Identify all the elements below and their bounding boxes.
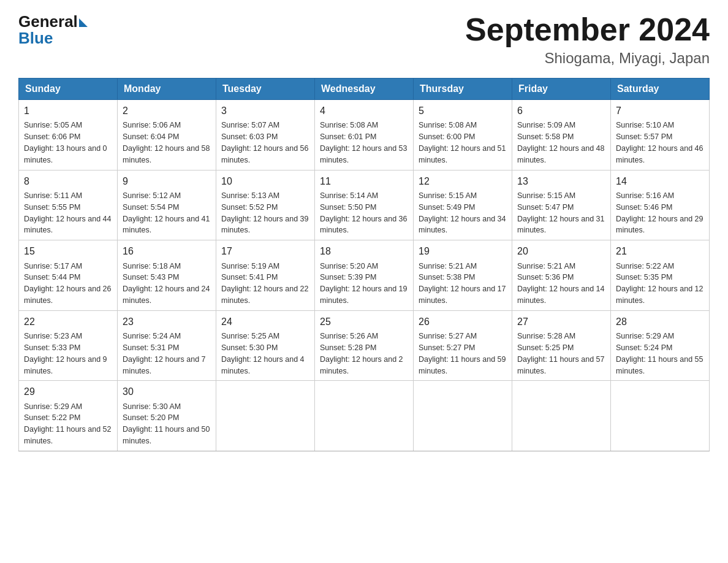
day-number: 19 (419, 244, 507, 258)
calendar-cell: 16 Sunrise: 5:18 AMSunset: 5:43 PMDaylig… (118, 240, 216, 311)
calendar-cell: 19 Sunrise: 5:21 AMSunset: 5:38 PMDaylig… (414, 240, 512, 311)
day-number: 22 (24, 315, 112, 329)
day-info: Sunrise: 5:24 AMSunset: 5:31 PMDaylight:… (123, 332, 206, 375)
calendar-cell: 21 Sunrise: 5:22 AMSunset: 5:35 PMDaylig… (611, 240, 710, 311)
calendar-cell: 9 Sunrise: 5:12 AMSunset: 5:54 PMDayligh… (118, 170, 216, 240)
day-info: Sunrise: 5:15 AMSunset: 5:49 PMDaylight:… (419, 191, 506, 235)
day-info: Sunrise: 5:08 AMSunset: 6:01 PMDaylight:… (320, 121, 407, 164)
day-number: 29 (24, 385, 112, 399)
calendar-cell: 17 Sunrise: 5:19 AMSunset: 5:41 PMDaylig… (216, 240, 315, 311)
calendar-header-wednesday: Wednesday (315, 79, 414, 100)
day-number: 26 (419, 315, 507, 329)
logo-arrow-icon (79, 18, 88, 27)
day-number: 27 (517, 315, 605, 329)
calendar-cell: 3 Sunrise: 5:07 AMSunset: 6:03 PMDayligh… (216, 100, 315, 170)
day-number: 4 (320, 104, 408, 118)
calendar-cell: 11 Sunrise: 5:14 AMSunset: 5:50 PMDaylig… (315, 170, 414, 240)
calendar-cell: 29 Sunrise: 5:29 AMSunset: 5:22 PMDaylig… (19, 381, 118, 451)
calendar-cell: 28 Sunrise: 5:29 AMSunset: 5:24 PMDaylig… (611, 310, 710, 381)
day-info: Sunrise: 5:23 AMSunset: 5:33 PMDaylight:… (24, 332, 107, 375)
calendar-cell: 27 Sunrise: 5:28 AMSunset: 5:25 PMDaylig… (512, 310, 611, 381)
day-info: Sunrise: 5:19 AMSunset: 5:41 PMDaylight:… (221, 262, 308, 305)
day-info: Sunrise: 5:05 AMSunset: 6:06 PMDaylight:… (24, 121, 107, 164)
calendar-cell: 15 Sunrise: 5:17 AMSunset: 5:44 PMDaylig… (19, 240, 118, 311)
calendar-week-3: 15 Sunrise: 5:17 AMSunset: 5:44 PMDaylig… (19, 240, 710, 311)
day-info: Sunrise: 5:06 AMSunset: 6:04 PMDaylight:… (123, 121, 210, 164)
calendar-header-row: SundayMondayTuesdayWednesdayThursdayFrid… (19, 79, 710, 100)
day-info: Sunrise: 5:13 AMSunset: 5:52 PMDaylight:… (221, 191, 308, 235)
calendar-cell: 24 Sunrise: 5:25 AMSunset: 5:30 PMDaylig… (216, 310, 315, 381)
day-info: Sunrise: 5:07 AMSunset: 6:03 PMDaylight:… (221, 121, 308, 164)
day-number: 24 (221, 315, 309, 329)
calendar-cell (315, 381, 414, 451)
day-info: Sunrise: 5:09 AMSunset: 5:58 PMDaylight:… (517, 121, 604, 164)
day-number: 6 (517, 104, 605, 118)
calendar-cell: 6 Sunrise: 5:09 AMSunset: 5:58 PMDayligh… (512, 100, 611, 170)
calendar-cell: 20 Sunrise: 5:21 AMSunset: 5:36 PMDaylig… (512, 240, 611, 311)
calendar-header-sunday: Sunday (19, 79, 118, 100)
calendar-header-friday: Friday (512, 79, 611, 100)
calendar-cell: 12 Sunrise: 5:15 AMSunset: 5:49 PMDaylig… (414, 170, 512, 240)
page-subtitle: Shiogama, Miyagi, Japan (465, 50, 710, 67)
title-area: September 2024 Shiogama, Miyagi, Japan (465, 12, 710, 67)
calendar-cell: 2 Sunrise: 5:06 AMSunset: 6:04 PMDayligh… (118, 100, 216, 170)
logo: General Blue (18, 12, 88, 48)
calendar-cell: 22 Sunrise: 5:23 AMSunset: 5:33 PMDaylig… (19, 310, 118, 381)
day-number: 10 (221, 174, 309, 188)
day-number: 5 (419, 104, 507, 118)
day-number: 14 (616, 174, 704, 188)
day-number: 23 (123, 315, 211, 329)
calendar-week-2: 8 Sunrise: 5:11 AMSunset: 5:55 PMDayligh… (19, 170, 710, 240)
calendar-cell: 13 Sunrise: 5:15 AMSunset: 5:47 PMDaylig… (512, 170, 611, 240)
day-info: Sunrise: 5:28 AMSunset: 5:25 PMDaylight:… (517, 332, 604, 375)
calendar-cell: 7 Sunrise: 5:10 AMSunset: 5:57 PMDayligh… (611, 100, 710, 170)
calendar-cell: 1 Sunrise: 5:05 AMSunset: 6:06 PMDayligh… (19, 100, 118, 170)
calendar-cell: 8 Sunrise: 5:11 AMSunset: 5:55 PMDayligh… (19, 170, 118, 240)
day-number: 9 (123, 174, 211, 188)
calendar-week-1: 1 Sunrise: 5:05 AMSunset: 6:06 PMDayligh… (19, 100, 710, 170)
day-info: Sunrise: 5:11 AMSunset: 5:55 PMDaylight:… (24, 191, 111, 235)
calendar-header-saturday: Saturday (611, 79, 710, 100)
day-info: Sunrise: 5:22 AMSunset: 5:35 PMDaylight:… (616, 262, 703, 305)
day-number: 28 (616, 315, 704, 329)
calendar-cell: 10 Sunrise: 5:13 AMSunset: 5:52 PMDaylig… (216, 170, 315, 240)
calendar-table: SundayMondayTuesdayWednesdayThursdayFrid… (18, 78, 710, 451)
day-info: Sunrise: 5:12 AMSunset: 5:54 PMDaylight:… (123, 191, 210, 235)
calendar-cell: 4 Sunrise: 5:08 AMSunset: 6:01 PMDayligh… (315, 100, 414, 170)
calendar-header-monday: Monday (118, 79, 216, 100)
day-info: Sunrise: 5:10 AMSunset: 5:57 PMDaylight:… (616, 121, 703, 164)
day-info: Sunrise: 5:08 AMSunset: 6:00 PMDaylight:… (419, 121, 506, 164)
day-info: Sunrise: 5:26 AMSunset: 5:28 PMDaylight:… (320, 332, 403, 375)
calendar-header-thursday: Thursday (414, 79, 512, 100)
calendar-cell: 18 Sunrise: 5:20 AMSunset: 5:39 PMDaylig… (315, 240, 414, 311)
header: General Blue September 2024 Shiogama, Mi… (18, 12, 710, 67)
day-number: 15 (24, 244, 112, 258)
calendar-cell: 25 Sunrise: 5:26 AMSunset: 5:28 PMDaylig… (315, 310, 414, 381)
day-number: 17 (221, 244, 309, 258)
day-number: 20 (517, 244, 605, 258)
calendar-cell (512, 381, 611, 451)
day-info: Sunrise: 5:16 AMSunset: 5:46 PMDaylight:… (616, 191, 703, 235)
day-number: 25 (320, 315, 408, 329)
calendar-cell (611, 381, 710, 451)
day-info: Sunrise: 5:27 AMSunset: 5:27 PMDaylight:… (419, 332, 506, 375)
calendar-cell: 14 Sunrise: 5:16 AMSunset: 5:46 PMDaylig… (611, 170, 710, 240)
day-info: Sunrise: 5:21 AMSunset: 5:38 PMDaylight:… (419, 262, 506, 305)
day-number: 21 (616, 244, 704, 258)
calendar-cell: 26 Sunrise: 5:27 AMSunset: 5:27 PMDaylig… (414, 310, 512, 381)
day-info: Sunrise: 5:29 AMSunset: 5:24 PMDaylight:… (616, 332, 703, 375)
day-number: 3 (221, 104, 309, 118)
day-number: 16 (123, 244, 211, 258)
calendar-week-5: 29 Sunrise: 5:29 AMSunset: 5:22 PMDaylig… (19, 381, 710, 451)
calendar-cell (216, 381, 315, 451)
day-info: Sunrise: 5:17 AMSunset: 5:44 PMDaylight:… (24, 262, 111, 305)
calendar-cell: 30 Sunrise: 5:30 AMSunset: 5:20 PMDaylig… (118, 381, 216, 451)
calendar-cell (414, 381, 512, 451)
day-info: Sunrise: 5:25 AMSunset: 5:30 PMDaylight:… (221, 332, 305, 375)
day-info: Sunrise: 5:20 AMSunset: 5:39 PMDaylight:… (320, 262, 407, 305)
day-info: Sunrise: 5:15 AMSunset: 5:47 PMDaylight:… (517, 191, 604, 235)
day-info: Sunrise: 5:14 AMSunset: 5:50 PMDaylight:… (320, 191, 407, 235)
day-number: 30 (123, 385, 211, 399)
day-number: 18 (320, 244, 408, 258)
calendar-header-tuesday: Tuesday (216, 79, 315, 100)
